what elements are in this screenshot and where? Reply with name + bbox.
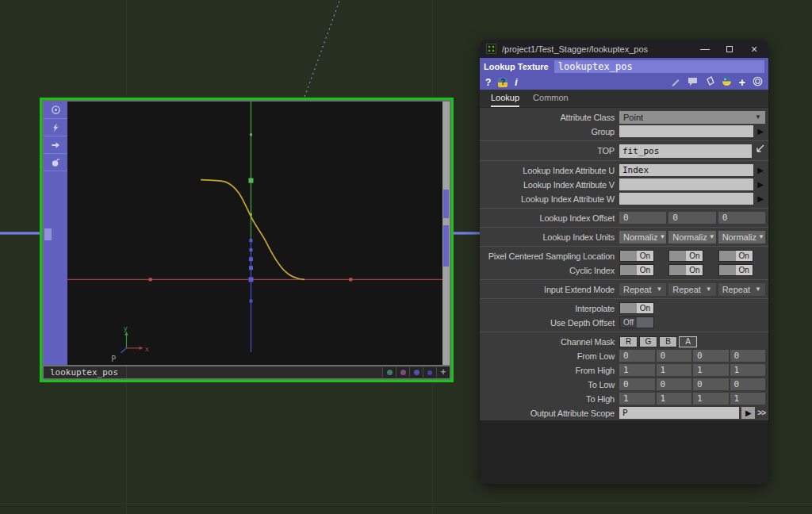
extend-z-dropdown[interactable]: Repeat▼ [718, 283, 765, 296]
from-low-b-field[interactable]: 0 [693, 350, 729, 362]
extend-x-dropdown[interactable]: Repeat▼ [619, 283, 666, 296]
units-y-dropdown[interactable]: Normaliz▼ [668, 231, 715, 244]
op-picker-icon[interactable] [754, 144, 765, 158]
from-high-r-field[interactable]: 1 [619, 364, 655, 376]
to-low-b-field[interactable]: 0 [693, 378, 729, 390]
pixel-centered-y-toggle[interactable]: On [668, 250, 703, 262]
edit-expression-icon[interactable] [671, 75, 680, 90]
offset-x-field[interactable]: 0 [619, 212, 666, 224]
depth-offset-toggle[interactable]: Off [619, 316, 654, 328]
viewer-right-scrollbar[interactable] [442, 102, 450, 365]
maximize-button[interactable] [720, 44, 739, 55]
geometry-plot[interactable]: y x P [67, 102, 442, 365]
tab-common[interactable]: Common [533, 93, 569, 107]
offset-z-field[interactable]: 0 [718, 212, 765, 224]
group-field[interactable] [619, 125, 753, 137]
display-flag-indigo[interactable] [409, 367, 423, 378]
arrow-right-icon[interactable] [44, 136, 67, 154]
display-flag-teal[interactable] [382, 367, 396, 378]
bomb-icon[interactable] [44, 154, 67, 171]
pixel-centered-x-toggle[interactable]: On [619, 250, 654, 262]
units-z-dropdown[interactable]: Normaliz▼ [718, 231, 765, 244]
gizmo-x-label: x [145, 345, 150, 353]
lookup-curve [201, 180, 304, 280]
to-low-r-field[interactable]: 0 [619, 378, 655, 390]
viewer-scrollbar-thumb[interactable] [44, 228, 52, 240]
cyclic-x-toggle[interactable]: On [619, 264, 654, 276]
to-low-a-field[interactable]: 0 [730, 378, 766, 390]
channel-mask-a-button[interactable]: A [679, 336, 697, 347]
expand-arrow-button[interactable]: ▶ [741, 407, 755, 419]
cyclic-z-toggle[interactable]: On [718, 264, 753, 276]
python-mode-icon[interactable] [722, 75, 732, 90]
close-button[interactable]: × [745, 43, 764, 56]
bullseye-icon[interactable] [44, 102, 67, 119]
more-params-button[interactable]: >> [757, 409, 765, 417]
info-icon[interactable]: i [515, 77, 517, 88]
output-scope-field[interactable]: P [619, 407, 739, 419]
from-low-a-field[interactable]: 0 [730, 350, 766, 362]
lookup-u-field[interactable]: Index [619, 164, 753, 176]
chevron-down-icon: ▼ [756, 233, 764, 240]
interpolate-toggle[interactable]: On [619, 302, 654, 314]
display-flag-purple[interactable] [396, 367, 409, 378]
network-wire[interactable] [454, 232, 481, 235]
expand-arrow-icon[interactable]: ▶ [756, 164, 765, 176]
to-high-a-field[interactable]: 1 [730, 393, 766, 405]
operator-name-field[interactable]: lookuptex_pos [554, 60, 764, 73]
from-high-g-field[interactable]: 1 [657, 364, 692, 376]
operator-header: Lookup Texture lookuptex_pos [480, 58, 768, 75]
scrollbar-thumb[interactable] [443, 225, 449, 267]
green-point [250, 133, 252, 136]
channel-mask-b-button[interactable]: B [659, 336, 677, 347]
from-low-g-field[interactable]: 0 [657, 350, 692, 362]
minimize-button[interactable]: — [695, 44, 714, 55]
to-low-g-field[interactable]: 0 [657, 378, 692, 390]
from-high-a-field[interactable]: 1 [730, 364, 766, 376]
to-high-g-field[interactable]: 1 [657, 393, 692, 405]
lightning-icon[interactable] [44, 119, 67, 136]
toggle-slider [719, 265, 736, 275]
lookup-w-field[interactable] [619, 193, 753, 205]
to-high-r-field[interactable]: 1 [619, 393, 655, 405]
tab-lookup[interactable]: Lookup [491, 93, 519, 107]
blue-point [249, 300, 252, 303]
chevron-down-icon: ▼ [707, 233, 715, 240]
top-field[interactable]: fit_pos [619, 144, 752, 158]
param-label: Interpolate [480, 304, 619, 313]
offset-y-field[interactable]: 0 [668, 212, 715, 224]
display-flag-blue[interactable] [423, 367, 436, 378]
network-wire[interactable] [0, 232, 40, 235]
scrollbar-thumb[interactable] [443, 190, 449, 218]
channel-mask-g-button[interactable]: G [639, 336, 657, 347]
cyclic-y-toggle[interactable]: On [668, 264, 703, 276]
comment-icon[interactable] [688, 75, 698, 90]
expand-arrow-icon[interactable]: ▶ [756, 178, 765, 190]
to-high-b-field[interactable]: 1 [693, 393, 729, 405]
param-row-attribute-class: Attribute Class Point▼ [480, 110, 768, 124]
units-x-dropdown[interactable]: Normaliz▼ [619, 231, 666, 244]
target-icon[interactable] [753, 75, 763, 90]
expand-arrow-icon[interactable]: ▶ [756, 125, 765, 137]
param-row-extend-mode: Input Extend Mode Repeat▼ Repeat▼ Repeat… [480, 282, 768, 296]
operator-type-label: Lookup Texture [484, 62, 549, 71]
from-high-b-field[interactable]: 1 [693, 364, 729, 376]
add-parameter-icon[interactable]: + [739, 78, 745, 87]
extend-y-dropdown[interactable]: Repeat▼ [668, 283, 715, 296]
channel-mask-r-button[interactable]: R [619, 336, 638, 347]
python-help-icon[interactable]: ? [498, 78, 508, 87]
viewer-node-name[interactable]: lookuptex_pos [44, 366, 127, 378]
add-view-button[interactable]: + [436, 367, 450, 378]
copy-parameters-icon[interactable] [705, 75, 714, 90]
dropdown-value: Repeat [722, 285, 750, 294]
header-icon-row: ? ? i + [480, 75, 768, 90]
attribute-class-dropdown[interactable]: Point▼ [619, 111, 765, 124]
window-title-bar[interactable]: /project1/Test_Stagger/lookuptex_pos — × [480, 40, 768, 58]
param-row-from-high: From High 1 1 1 1 [480, 363, 768, 377]
help-icon[interactable]: ? [485, 77, 491, 88]
lookup-v-field[interactable] [619, 178, 753, 190]
blue-point [249, 239, 252, 242]
expand-arrow-icon[interactable]: ▶ [756, 193, 765, 205]
pixel-centered-z-toggle[interactable]: On [718, 250, 753, 262]
from-low-r-field[interactable]: 0 [619, 350, 655, 362]
